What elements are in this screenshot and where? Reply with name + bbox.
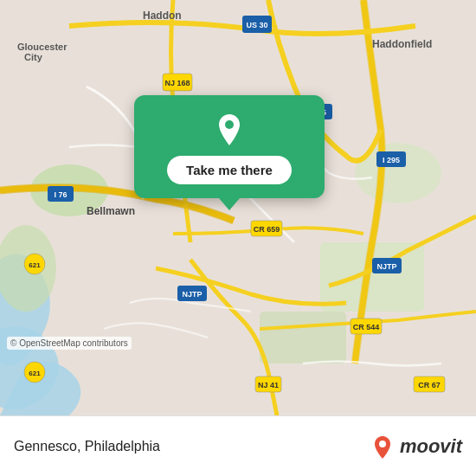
svg-text:Gloucester: Gloucester bbox=[17, 42, 68, 52]
svg-text:NJTP: NJTP bbox=[376, 262, 396, 271]
moovit-text: moovit bbox=[400, 435, 462, 458]
moovit-logo: moovit bbox=[370, 434, 462, 459]
svg-point-37 bbox=[225, 120, 234, 129]
svg-rect-5 bbox=[260, 312, 346, 363]
svg-text:City: City bbox=[24, 52, 43, 62]
take-me-there-button[interactable]: Take me there bbox=[167, 156, 292, 184]
svg-text:621: 621 bbox=[29, 261, 41, 269]
svg-text:NJTP: NJTP bbox=[182, 290, 202, 299]
svg-text:I 76: I 76 bbox=[54, 190, 67, 199]
svg-text:I 295: I 295 bbox=[383, 156, 400, 164]
svg-text:621: 621 bbox=[29, 370, 41, 377]
svg-text:Haddon: Haddon bbox=[143, 10, 182, 22]
bottom-bar: Gennesco, Philadelphia moovit bbox=[0, 415, 476, 476]
svg-text:CR 67: CR 67 bbox=[418, 381, 441, 389]
svg-text:Haddonfield: Haddonfield bbox=[372, 38, 432, 50]
location-name: Gennesco, Philadelphia bbox=[14, 439, 160, 454]
map-attribution: © OpenStreetMap contributors bbox=[7, 337, 132, 350]
svg-point-38 bbox=[379, 441, 386, 447]
location-popup: Take me there bbox=[134, 95, 325, 198]
location-pin-icon bbox=[210, 111, 248, 149]
moovit-pin-icon bbox=[370, 434, 395, 459]
svg-text:CR 659: CR 659 bbox=[254, 225, 280, 234]
map-container: US 30 NJ 168 I 76 I 295 I 295 NJ 41 CR 6… bbox=[0, 0, 476, 415]
svg-text:Bellmawn: Bellmawn bbox=[87, 205, 135, 217]
svg-text:NJ 168: NJ 168 bbox=[164, 79, 190, 87]
svg-text:US 30: US 30 bbox=[246, 21, 267, 29]
svg-text:NJ 41: NJ 41 bbox=[258, 381, 279, 389]
svg-text:CR 544: CR 544 bbox=[353, 323, 380, 331]
